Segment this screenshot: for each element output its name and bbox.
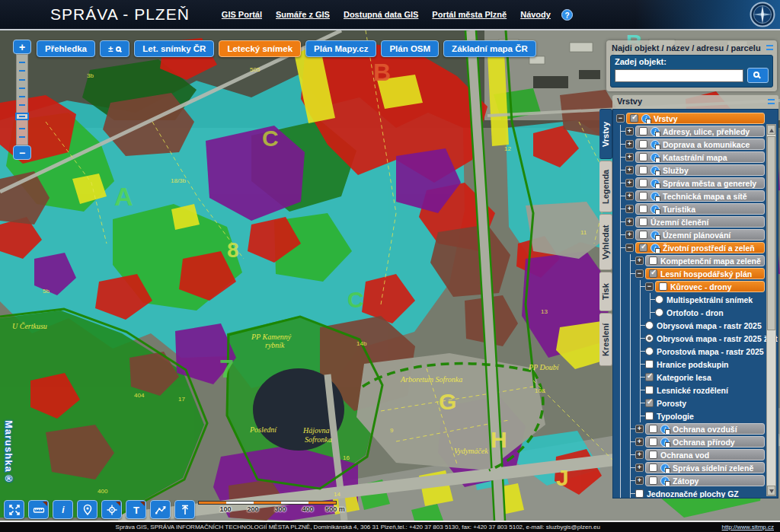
map-viewport[interactable]: ABBCCD87GHJ U ČertkusuPP KamennýrybníkPo… xyxy=(0,30,780,521)
layer-group-bar[interactable]: iDoprava a komunikace xyxy=(635,139,765,150)
layer-tree-row[interactable]: Obrysová mapa - rastr 2025 žlutá xyxy=(616,332,765,345)
expander-icon[interactable]: + xyxy=(625,153,634,161)
layer-checkbox[interactable] xyxy=(635,489,644,498)
layer-checkbox[interactable] xyxy=(639,153,647,161)
layer-group-bar[interactable]: iVrstvy xyxy=(626,113,765,124)
scrollbar-thumb[interactable] xyxy=(767,136,775,330)
basemap-button-aerial-cr[interactable]: Let. snímky ČR xyxy=(134,40,214,57)
info-icon[interactable]: i xyxy=(651,192,660,201)
search-button[interactable] xyxy=(747,68,769,83)
basemap-button-zoom-prev[interactable]: ± xyxy=(100,40,129,57)
expander-icon[interactable]: + xyxy=(635,476,644,485)
layer-checkbox[interactable] xyxy=(639,166,647,174)
pin-button[interactable] xyxy=(77,500,98,519)
info-icon[interactable]: i xyxy=(660,464,670,473)
footer-link[interactable]: http://www.sitmp.cz xyxy=(722,524,774,530)
layer-group-bar[interactable]: iZátopy xyxy=(645,475,765,486)
layer-group-bar[interactable]: iTechnická mapa a sítě xyxy=(635,190,765,202)
tree-scrollbar[interactable] xyxy=(766,124,776,496)
layer-checkbox[interactable] xyxy=(639,244,647,252)
basemap-button-mapy-cz[interactable]: Plán Mapy.cz xyxy=(305,40,376,57)
layer-tree-row[interactable]: Porostová mapa - rastr 2025 xyxy=(616,345,765,358)
layer-checkbox[interactable] xyxy=(639,179,647,187)
layer-group-bar[interactable]: iSlužby xyxy=(635,164,765,176)
layer-group-bar[interactable]: iAdresy, ulice, přehledy xyxy=(635,126,765,137)
layer-checkbox[interactable] xyxy=(649,256,657,265)
help-icon[interactable]: ? xyxy=(561,9,573,21)
layer-group-bar[interactable]: Ochrana vod xyxy=(645,449,765,460)
layer-group-bar[interactable]: iTuristika xyxy=(635,203,765,215)
layer-checkbox[interactable] xyxy=(639,218,647,226)
expander-icon[interactable]: + xyxy=(625,127,634,135)
header-link-4[interactable]: Portál města Plzně xyxy=(432,10,507,19)
layer-tree-row[interactable]: Multispektrální snímek xyxy=(616,293,765,306)
layer-group-bar[interactable]: iSpráva sídelní zeleně xyxy=(645,462,765,473)
layer-checkbox[interactable] xyxy=(639,127,647,135)
tab-vyhledat[interactable]: Vyhledat xyxy=(599,214,612,270)
layer-tree-row[interactable]: Hranice podskupin xyxy=(616,358,765,371)
layer-tree-row[interactable]: +iÚzemní plánování xyxy=(616,228,765,241)
fullscreen-button[interactable] xyxy=(4,500,24,519)
layer-tree-row[interactable]: −Kůrovec - drony xyxy=(616,280,765,293)
header-link-5[interactable]: Návody xyxy=(520,10,551,19)
layer-checkbox[interactable] xyxy=(645,399,654,407)
header-link-1[interactable]: GIS Portál xyxy=(222,10,262,19)
info-icon[interactable]: i xyxy=(651,140,660,149)
layer-group-bar[interactable]: Územní členění xyxy=(635,216,765,228)
layer-tree-row[interactable]: +iDoprava a komunikace xyxy=(616,138,765,151)
layer-group-bar[interactable]: iSpráva města a generely xyxy=(635,177,765,189)
zoom-out-button[interactable]: − xyxy=(13,145,31,160)
info-icon[interactable]: i xyxy=(651,179,660,188)
layer-radio[interactable] xyxy=(655,308,663,317)
layer-radio[interactable] xyxy=(645,347,654,355)
info-icon[interactable]: i xyxy=(660,425,670,434)
layer-tree-row[interactable]: +iZátopy xyxy=(616,474,765,487)
info-icon[interactable]: i xyxy=(651,166,660,175)
info-icon[interactable]: i xyxy=(660,476,670,486)
layer-group-bar[interactable]: iŽivotní prostředí a zeleň xyxy=(635,242,765,253)
info-icon[interactable]: i xyxy=(651,153,660,162)
layer-tree-row[interactable]: −iŽivotní prostředí a zeleň xyxy=(616,241,765,254)
layer-tree-row[interactable]: Obrysová mapa - rastr 2025 xyxy=(616,319,765,332)
layer-group-bar[interactable]: Kůrovec - drony xyxy=(655,281,765,292)
basemap-button-aerial[interactable]: Letecký snímek xyxy=(219,40,301,57)
layer-radio[interactable] xyxy=(645,321,654,330)
tab-tisk[interactable]: Tisk xyxy=(599,272,612,311)
layer-tree-row[interactable]: Kategorie lesa xyxy=(616,371,765,384)
layer-tree-row[interactable]: +iKatastrální mapa xyxy=(616,151,765,164)
layer-checkbox[interactable] xyxy=(649,451,657,459)
expander-icon[interactable]: − xyxy=(625,244,634,252)
text-tool-button[interactable]: T xyxy=(126,500,146,519)
info-button[interactable]: i xyxy=(53,500,73,519)
layer-group-bar[interactable]: iOchrana přírody xyxy=(645,436,765,448)
layer-checkbox[interactable] xyxy=(639,231,647,239)
layer-tree-row[interactable]: −Lesní hospodářský plán xyxy=(616,267,765,280)
zoom-in-button[interactable]: + xyxy=(13,40,31,54)
layer-tree-row[interactable]: +iSlužby xyxy=(616,164,765,177)
info-icon[interactable]: i xyxy=(651,205,660,214)
expander-icon[interactable]: − xyxy=(645,282,654,291)
expander-icon[interactable]: + xyxy=(625,205,634,213)
layer-tree-row[interactable]: +Územní členění xyxy=(616,215,765,228)
basemap-button-osm[interactable]: Plán OSM xyxy=(381,40,439,57)
layer-checkbox[interactable] xyxy=(645,360,654,368)
expander-icon[interactable]: + xyxy=(625,140,634,148)
info-icon[interactable]: i xyxy=(651,127,660,136)
layer-group-bar[interactable]: Lesní hospodářský plán xyxy=(645,268,765,279)
info-icon[interactable]: i xyxy=(651,244,660,253)
layer-radio[interactable] xyxy=(655,295,663,304)
expander-icon[interactable]: + xyxy=(625,218,634,226)
expander-icon[interactable]: + xyxy=(625,192,634,200)
layer-checkbox[interactable] xyxy=(645,412,654,420)
tab-vrstvy[interactable]: Vrstvy xyxy=(599,109,612,159)
header-link-2[interactable]: Sumáře z GIS xyxy=(276,10,330,19)
layer-checkbox[interactable] xyxy=(649,476,657,485)
draw-button[interactable] xyxy=(150,500,171,519)
info-icon[interactable]: i xyxy=(660,438,670,447)
layer-tree-row[interactable]: +iAdresy, ulice, přehledy xyxy=(616,125,765,138)
expander-icon[interactable]: − xyxy=(616,114,625,123)
tab-kresleni[interactable]: Kreslení xyxy=(599,313,612,366)
layer-radio[interactable] xyxy=(645,334,654,342)
basemap-button-base-cr[interactable]: Základní mapa ČR xyxy=(443,40,536,57)
scroll-down-icon[interactable] xyxy=(767,486,775,495)
